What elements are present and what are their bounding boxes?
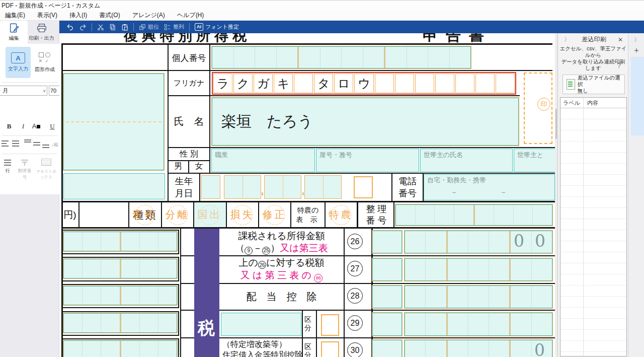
line-number-button[interactable]: 行 [1,159,14,174]
redo-button[interactable] [79,24,87,31]
menu-insert[interactable]: 挿入(I) [69,11,87,20]
table-row[interactable] [560,274,626,285]
align-bottom-icon[interactable] [42,142,50,149]
add-page-icon[interactable]: ＋ [632,45,640,56]
type-option-tokuno[interactable]: 特農 [325,202,357,227]
table-row[interactable] [560,153,626,164]
font-estimate-button[interactable]: AI フォント推定 [195,23,239,31]
panel-collapse-icon[interactable]: 〉 [564,35,570,44]
type-option-sonshitsu[interactable]: 損失 [226,202,259,227]
table-row[interactable] [560,130,626,141]
row29-kubun-box[interactable] [321,314,339,336]
occupation-field[interactable]: 職業 [211,149,315,172]
table-row[interactable] [560,230,626,241]
align-middle-icon[interactable] [33,141,41,147]
birth-year-field[interactable] [224,175,261,199]
row29-boxes[interactable] [405,313,552,336]
font-name-select[interactable]: 月 ∨ [0,86,47,96]
address-field-2[interactable] [63,173,165,199]
row30-boxes[interactable] [405,340,552,357]
amount-boxes[interactable] [63,259,177,278]
scrollbar-thumb[interactable] [555,109,557,139]
table-row[interactable] [560,352,626,357]
table-row[interactable] [560,186,626,197]
font-color-button[interactable]: A [31,122,41,130]
tab-print-output[interactable]: 印刷・出力 [28,21,55,44]
bold-button[interactable]: B [4,122,14,130]
textbox-button[interactable]: テキストボックス [34,159,58,181]
row30-kubun-box[interactable] [321,341,339,357]
amount-boxes[interactable] [63,340,177,357]
seiri-number-field[interactable] [395,204,552,226]
furigana-field[interactable]: ラクガキタロウ [212,72,516,95]
panel-close-icon[interactable]: ✕ [618,36,623,43]
amount-boxes[interactable] [63,313,177,333]
table-row[interactable] [560,308,626,319]
row26-boxes[interactable] [405,231,552,253]
row28-boxes[interactable] [405,285,552,308]
page-thumbnail[interactable] [631,57,644,135]
undo-button[interactable] [66,24,74,31]
table-row[interactable] [560,119,626,130]
householder-field[interactable]: 世帯主の氏名 [420,149,513,172]
type-option-blue[interactable]: 青色 [128,202,161,227]
paste-button[interactable] [121,24,128,31]
cut-button[interactable] [97,24,104,31]
trade-name-field[interactable]: 屋号・雅号 [316,149,419,172]
phone-field[interactable]: 自宅・勤務先・携帯 － － [424,174,555,200]
postal-code-button[interactable]: 郵便番号 [16,159,33,181]
menu-view[interactable]: 表示(V) [37,11,57,20]
row29-field[interactable] [221,313,301,336]
name-field[interactable]: 楽垣 たろう [212,98,519,146]
table-row[interactable] [560,219,626,230]
birth-era-field[interactable] [201,175,220,199]
table-row[interactable] [560,241,626,252]
amount-boxes[interactable] [63,232,177,251]
help-icon[interactable]: ? [617,61,621,69]
tab-edit[interactable]: 編集 [0,21,28,44]
shape-tool[interactable]: ✕✓ 図形作成 [32,47,57,78]
table-row[interactable] [560,141,626,153]
birth-extra-box[interactable] [354,176,373,198]
menu-edit[interactable]: 編集(E) [5,11,25,20]
birth-day-field[interactable] [304,175,342,199]
justify-both-icon[interactable] [12,140,20,147]
underline-button[interactable]: U [47,122,57,130]
merge-file-select-button[interactable]: 差込ファイルの選択 無し [562,75,625,94]
table-row[interactable] [560,297,626,308]
type-option-shusei[interactable]: 修正 [258,202,291,227]
householder-relation-field[interactable]: 世帯主と [514,149,555,172]
order-button[interactable]: 順位 [139,23,159,31]
table-row[interactable] [560,175,626,186]
row26-box-lead[interactable] [372,231,402,253]
italic-button[interactable]: I [18,122,28,130]
menu-format[interactable]: 書式(O) [99,11,120,20]
type-option-kokushutsu[interactable]: 国出 [193,202,226,227]
row29-box-lead[interactable] [372,313,402,336]
table-row[interactable] [560,263,626,274]
align-top-icon[interactable] [24,139,32,146]
menu-arrange[interactable]: アレンジ(A) [132,11,165,20]
table-row[interactable] [560,164,626,175]
row30-box-lead[interactable] [372,340,402,357]
row28-box-lead[interactable] [372,285,402,308]
type-option-bunri[interactable]: 分離 [161,202,194,227]
row27-boxes[interactable] [405,258,552,281]
justify-left-icon[interactable] [2,140,9,147]
personal-number-field[interactable] [212,46,471,68]
amount-boxes[interactable] [63,286,177,305]
table-row[interactable] [560,319,626,330]
table-row[interactable] [560,108,626,119]
address-field[interactable] [63,74,164,170]
text-input-tool[interactable]: A 文字入力 [6,47,31,78]
table-row[interactable] [560,341,626,352]
vertical-text-button[interactable]: ↓縦 [51,141,58,148]
table-row[interactable] [560,197,626,208]
table-row[interactable] [560,208,626,219]
copy-button[interactable] [109,24,116,31]
table-row[interactable] [560,330,626,341]
row27-box-lead[interactable] [372,258,402,281]
align-button[interactable]: 整列 [164,23,184,31]
menu-help[interactable]: ヘルプ(H) [177,11,204,20]
table-row[interactable] [560,252,626,263]
